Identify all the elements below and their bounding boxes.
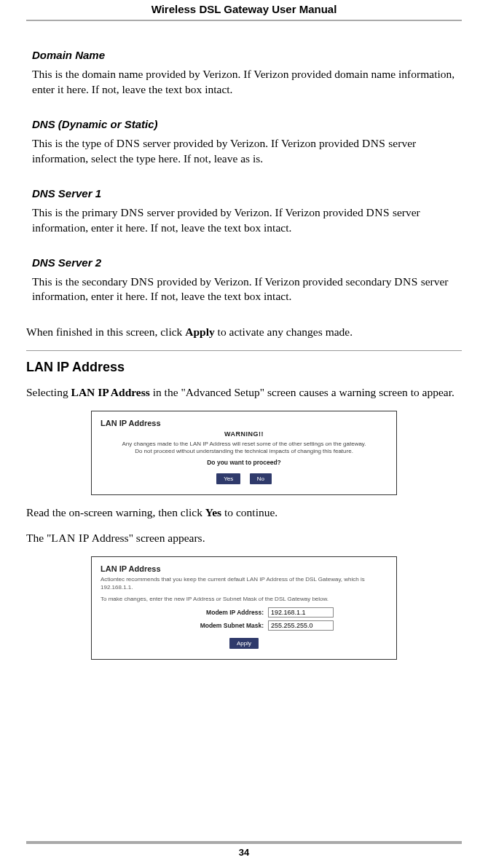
- warning-line-2: Do not proceed without understanding the…: [101, 448, 387, 455]
- section-body-dns2: This is the secondary DNS provided by Ve…: [32, 275, 462, 305]
- yes-button[interactable]: Yes: [216, 473, 240, 484]
- page-footer: 34: [26, 841, 462, 858]
- section-title-dns-type: DNS (Dynamic or Static): [32, 118, 462, 130]
- modem-ip-label: Modem IP Address:: [154, 609, 264, 616]
- page-number: 34: [26, 847, 462, 858]
- page-header-title: Wireless DSL Gateway User Manual: [26, 3, 462, 20]
- bold-apply: Apply: [185, 326, 215, 338]
- warning-proceed: Do you want to proceed?: [101, 459, 387, 466]
- section-title-dns2: DNS Server 2: [32, 256, 462, 269]
- warning-line-1: Any changes made to the LAN IP Address w…: [101, 441, 387, 448]
- apply-button[interactable]: Apply: [229, 638, 259, 649]
- no-button[interactable]: No: [250, 473, 272, 484]
- smallcaps-dns: DNS: [394, 275, 418, 288]
- section-body-dns-type: This is the type of DNS server provided …: [32, 136, 462, 167]
- warning-header: WARNING!!: [101, 430, 387, 438]
- text: This is the secondary: [32, 275, 130, 288]
- bold-lan-ip-address: LAN IP Address: [71, 386, 150, 398]
- smallcaps-dns: DNS: [120, 206, 144, 218]
- footer-rule: [26, 841, 462, 844]
- text: in the "Advanced Setup" screen causes a …: [150, 386, 454, 398]
- text: When finished in this screen, click: [26, 326, 185, 338]
- section-title-domain-name: Domain Name: [32, 49, 462, 61]
- lan-paragraph-3: The "LAN IP Address" screen appears.: [26, 531, 462, 546]
- bold-yes: Yes: [205, 506, 221, 518]
- lan-form-desc-1: Actiontec recommends that you keep the c…: [101, 576, 387, 591]
- lan-paragraph-2: Read the on-screen warning, then click Y…: [26, 505, 462, 521]
- text: This is the primary: [32, 206, 120, 218]
- smallcaps-dns: DNS: [366, 206, 390, 218]
- text: to activate any changes made.: [215, 326, 353, 338]
- lan-paragraph-1: Selecting LAN IP Address in the "Advance…: [26, 385, 462, 401]
- text: Read the on-screen warning, then click: [26, 506, 205, 518]
- modem-ip-input[interactable]: [268, 607, 334, 618]
- smallcaps-dns: DNS: [117, 137, 141, 149]
- lan-form-desc-2: To make changes, enter the new IP Addres…: [101, 596, 387, 603]
- lan-form-title: LAN IP Address: [101, 564, 387, 573]
- warning-title: LAN IP Address: [101, 419, 387, 427]
- smallcaps-dns: DNS: [130, 275, 154, 288]
- heading-lan-ip-address: LAN IP Address: [26, 360, 462, 375]
- screenshot-lan-ip-form: LAN IP Address Actiontec recommends that…: [91, 556, 397, 660]
- text: provided by Verizon. If Verizon provided…: [154, 275, 395, 288]
- text: server provided by Verizon. If Verizon p…: [144, 206, 366, 218]
- modem-mask-label: Modem Subnet Mask:: [154, 622, 264, 629]
- finish-paragraph: When finished in this screen, click Appl…: [26, 325, 462, 340]
- smallcaps-dns: DNS: [362, 137, 386, 149]
- text: This is the type of: [32, 137, 117, 149]
- smallcaps-lan-ip: LAN IP: [51, 532, 90, 544]
- section-body-dns1: This is the primary DNS server provided …: [32, 205, 462, 236]
- screenshot-warning-dialog: LAN IP Address WARNING!! Any changes mad…: [91, 411, 397, 495]
- text: Address" screen appears.: [90, 532, 205, 544]
- header-rule: [26, 20, 462, 21]
- section-title-dns1: DNS Server 1: [32, 187, 462, 200]
- modem-mask-input[interactable]: [268, 620, 334, 631]
- text: Selecting: [26, 386, 71, 398]
- text: to continue.: [221, 506, 278, 518]
- section-divider: [26, 350, 462, 351]
- text: The ": [26, 532, 51, 544]
- section-body-domain-name: This is the domain name provided by Veri…: [32, 67, 462, 98]
- text: server provided by Verizon. If Verizon p…: [140, 137, 362, 149]
